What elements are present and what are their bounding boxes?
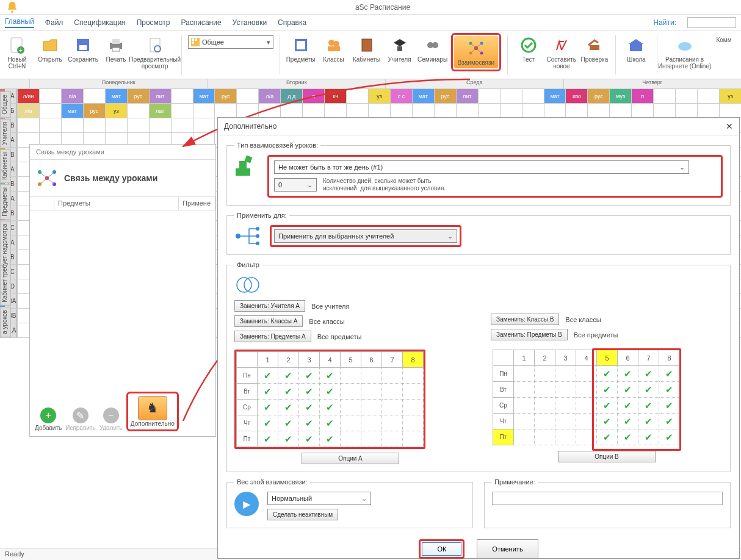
schedule-cell[interactable] — [346, 104, 368, 118]
schedule-cell[interactable] — [478, 104, 500, 118]
schedule-cell[interactable] — [127, 118, 149, 132]
grid-cell[interactable] — [341, 368, 361, 384]
grid-cell[interactable]: ✔ — [618, 366, 638, 382]
grid-cell[interactable] — [361, 400, 382, 415]
grid-cell[interactable] — [576, 366, 597, 382]
grid-cell[interactable] — [576, 429, 597, 445]
schedule-cell[interactable] — [61, 118, 83, 132]
schedule-cell[interactable] — [587, 104, 609, 118]
grid-cell[interactable]: ✔ — [320, 384, 341, 400]
grid-cell[interactable] — [382, 400, 403, 415]
schedule-cell[interactable] — [565, 104, 587, 118]
grid-cell[interactable]: ✔ — [320, 415, 341, 431]
schedule-cell[interactable]: изо — [565, 89, 587, 103]
side-tab-1[interactable]: Учителя — [0, 119, 11, 148]
side-tab-4[interactable]: Кабинет требует надсмотра — [0, 221, 11, 306]
grid-cell[interactable]: ✔ — [597, 382, 618, 398]
grid-cell[interactable]: ✔ — [299, 368, 320, 384]
grid-cell[interactable]: ✔ — [659, 398, 680, 414]
schedule-cell[interactable]: лит — [149, 89, 171, 103]
grid-cell[interactable] — [555, 414, 576, 429]
replace-classes-a-button[interactable]: Заменить: Классы А — [234, 315, 303, 327]
grid-cell[interactable]: ✔ — [597, 414, 618, 429]
schedule-cell[interactable]: рус — [587, 89, 609, 103]
schedule-cell[interactable] — [17, 118, 39, 132]
ribbon-check[interactable]: Проверка — [580, 33, 609, 65]
grid-cell[interactable]: ✔ — [618, 414, 638, 429]
schedule-grid-a[interactable]: 12345678Пн✔✔✔✔Вт✔✔✔✔Ср✔✔✔✔Чт✔✔✔✔Пт✔✔✔✔ — [234, 350, 425, 449]
grid-cell[interactable]: ✔ — [659, 382, 680, 398]
schedule-cell[interactable] — [500, 89, 522, 103]
schedule-cell[interactable]: уз — [368, 89, 390, 103]
schedule-cell[interactable] — [719, 104, 741, 118]
schedule-cell[interactable]: мат — [544, 89, 566, 103]
schedule-cell[interactable]: мат — [61, 104, 83, 118]
ribbon-comm[interactable]: Комм — [709, 33, 739, 46]
play-icon[interactable]: ▶ — [234, 492, 259, 516]
type-combo[interactable]: Не может быть в тот же день (#1) ⌄ — [274, 160, 689, 174]
ribbon-new[interactable]: + Новый Ctrl+N — [2, 33, 32, 72]
schedule-cell[interactable]: лит — [456, 89, 478, 103]
grid-cell[interactable]: ✔ — [320, 400, 341, 415]
schedule-cell[interactable]: л/а — [258, 89, 280, 103]
ribbon-subjects[interactable]: Предметы — [286, 33, 316, 65]
ribbon-classes[interactable]: Классы — [319, 33, 349, 65]
schedule-cell[interactable]: мат — [105, 89, 127, 103]
replace-subjects-a-button[interactable]: Заменить: Предметы А — [234, 331, 311, 342]
schedule-cell[interactable] — [346, 89, 368, 103]
grid-cell[interactable] — [403, 384, 424, 400]
grid-cell[interactable] — [514, 414, 535, 429]
schedule-cell[interactable] — [368, 104, 390, 118]
grid-cell[interactable]: ✔ — [258, 384, 278, 400]
schedule-cell[interactable]: кч — [324, 89, 346, 103]
menu-main[interactable]: Главный — [5, 17, 34, 28]
schedule-cell[interactable] — [500, 104, 522, 118]
grid-cell[interactable] — [535, 398, 555, 414]
schedule-cell[interactable] — [609, 104, 631, 118]
replace-subjects-b-button[interactable]: Заменить: Предметы В — [491, 329, 568, 340]
schedule-cell[interactable] — [434, 104, 456, 118]
grid-cell[interactable] — [555, 429, 576, 445]
schedule-grid-b[interactable]: 12345678Пн✔✔✔✔Вт✔✔✔✔Ср✔✔✔✔Чт✔✔✔✔Пт✔✔✔✔ — [493, 350, 680, 445]
grid-cell[interactable] — [361, 384, 382, 400]
grid-cell[interactable]: ✔ — [278, 384, 299, 400]
schedule-cell[interactable]: п — [631, 89, 653, 103]
ribbon-preview[interactable]: Предварительный просмотр — [134, 33, 175, 72]
apply-combo[interactable]: Применить для выбранных учителей⌄ — [274, 229, 457, 243]
side-tab-0[interactable]: Общее — [0, 92, 11, 118]
grid-cell[interactable]: ✔ — [638, 414, 659, 429]
grid-cell[interactable] — [535, 382, 555, 398]
options-b-button[interactable]: Опции В — [558, 451, 656, 462]
cancel-button[interactable]: Отменить — [477, 539, 538, 559]
menu-spec[interactable]: Спецификация — [74, 18, 125, 27]
grid-cell[interactable]: ✔ — [258, 415, 278, 431]
schedule-cell[interactable] — [675, 89, 697, 103]
schedule-cell[interactable] — [171, 89, 193, 103]
schedule-cell[interactable] — [522, 89, 544, 103]
schedule-cell[interactable] — [39, 89, 61, 103]
replace-teachers-a-button[interactable]: Заменить: Учителя А — [234, 300, 305, 312]
grid-cell[interactable] — [382, 368, 403, 384]
grid-cell[interactable] — [535, 366, 555, 382]
schedule-cell[interactable]: с с — [390, 89, 412, 103]
ribbon-print[interactable]: Печать — [101, 33, 131, 65]
grid-cell[interactable]: ✔ — [638, 429, 659, 445]
link-delete-button[interactable]: −Удалить — [99, 407, 123, 431]
grid-cell[interactable] — [403, 415, 424, 431]
schedule-cell[interactable] — [105, 118, 127, 132]
grid-cell[interactable]: ✔ — [278, 431, 299, 447]
schedule-cell[interactable] — [149, 118, 171, 132]
side-tab-2[interactable]: Кабинеты — [0, 149, 11, 183]
grid-cell[interactable]: ✔ — [638, 366, 659, 382]
schedule-cell[interactable] — [83, 89, 105, 103]
grid-cell[interactable] — [576, 382, 597, 398]
schedule-cell[interactable] — [675, 104, 697, 118]
grid-cell[interactable] — [341, 415, 361, 431]
grid-cell[interactable] — [361, 431, 382, 447]
schedule-cell[interactable] — [236, 89, 258, 103]
grid-cell[interactable] — [555, 398, 576, 414]
grid-cell[interactable] — [382, 431, 403, 447]
schedule-cell[interactable] — [456, 104, 478, 118]
menu-file[interactable]: Файл — [45, 18, 63, 27]
grid-cell[interactable] — [361, 368, 382, 384]
